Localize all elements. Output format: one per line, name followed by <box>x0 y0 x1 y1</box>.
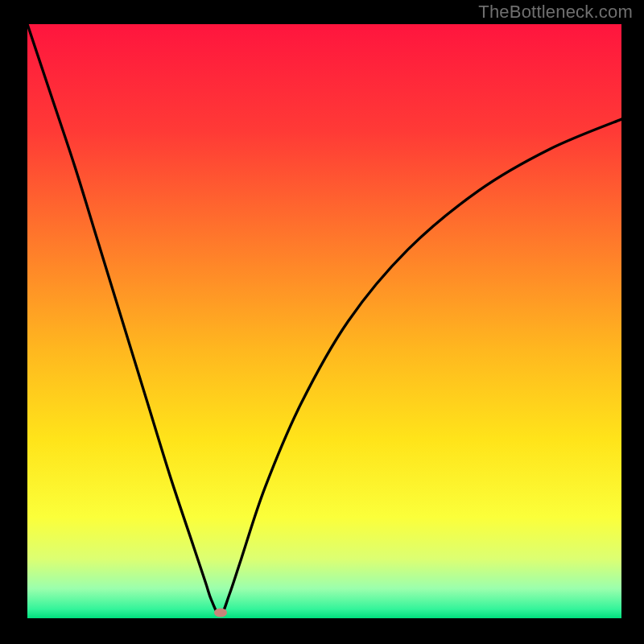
bottleneck-curve <box>27 24 621 618</box>
chart-frame: TheBottleneck.com <box>0 0 644 644</box>
watermark-label: TheBottleneck.com <box>478 2 633 23</box>
plot-area <box>27 24 621 618</box>
optimal-point-marker <box>214 608 227 617</box>
